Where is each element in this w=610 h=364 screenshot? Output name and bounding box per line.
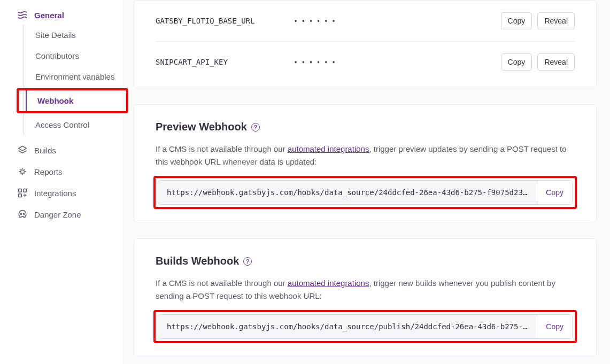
copy-button[interactable]: Copy xyxy=(501,12,532,29)
copy-preview-url-button[interactable]: Copy xyxy=(537,181,572,204)
general-subnav: Site Details Contributors Environment va… xyxy=(24,25,118,135)
copy-button[interactable]: Copy xyxy=(501,53,532,71)
env-masked-value: •••••• xyxy=(295,58,498,66)
desc-pre: If a CMS is not available through our xyxy=(156,144,288,153)
preview-webhook-title-text: Preview Webhook xyxy=(156,121,247,133)
skull-icon xyxy=(17,209,28,220)
builds-webhook-title: Builds Webhook ? xyxy=(156,255,575,267)
layers-icon xyxy=(17,145,28,156)
preview-webhook-url-block: https://webhook.gatsbyjs.com/hooks/data_… xyxy=(158,180,573,205)
highlight-webhook: Webhook xyxy=(17,88,128,113)
svg-rect-11 xyxy=(24,189,27,192)
help-icon[interactable]: ? xyxy=(251,123,260,131)
subnav-webhook[interactable]: Webhook xyxy=(26,90,126,111)
builds-webhook-desc: If a CMS is not available through our au… xyxy=(156,277,575,303)
subnav-access-control[interactable]: Access Control xyxy=(24,114,118,135)
reports-icon xyxy=(17,166,28,177)
reveal-button[interactable]: Reveal xyxy=(537,53,575,71)
nav-reports[interactable]: Reports xyxy=(11,161,118,182)
env-masked-value: •••••• xyxy=(295,17,498,25)
subnav-contributors[interactable]: Contributors xyxy=(24,45,118,66)
copy-builds-url-button[interactable]: Copy xyxy=(537,315,572,338)
nav-danger-zone-label: Danger Zone xyxy=(34,210,81,219)
preview-webhook-title: Preview Webhook ? xyxy=(156,121,575,133)
preview-webhook-card: Preview Webhook ? If a CMS is not availa… xyxy=(134,104,597,222)
preview-webhook-desc: If a CMS is not available through our au… xyxy=(156,143,575,168)
main-content: GATSBY_FLOTIQ_BASE_URL •••••• Copy Revea… xyxy=(123,0,610,364)
env-key: GATSBY_FLOTIQ_BASE_URL xyxy=(156,17,295,25)
svg-rect-10 xyxy=(19,189,22,192)
nav-builds-label: Builds xyxy=(34,146,56,155)
svg-point-1 xyxy=(21,170,25,174)
nav-general[interactable]: General xyxy=(11,5,118,25)
sidebar: General Site Details Contributors Enviro… xyxy=(0,0,123,364)
builds-webhook-title-text: Builds Webhook xyxy=(156,255,239,267)
automated-integrations-link[interactable]: automated integrations xyxy=(288,144,369,153)
svg-marker-0 xyxy=(19,146,27,151)
nav-integrations[interactable]: Integrations xyxy=(11,182,118,204)
subnav-site-details[interactable]: Site Details xyxy=(24,25,118,45)
builds-webhook-url[interactable]: https://webhook.gatsbyjs.com/hooks/data_… xyxy=(158,315,537,338)
subnav-environment-variables[interactable]: Environment variables xyxy=(24,66,118,87)
nav-general-label: General xyxy=(34,11,64,20)
preview-webhook-url[interactable]: https://webhook.gatsbyjs.com/hooks/data_… xyxy=(158,181,537,204)
help-icon[interactable]: ? xyxy=(243,257,252,266)
automated-integrations-link[interactable]: automated integrations xyxy=(288,278,369,288)
env-row: SNIPCART_API_KEY •••••• Copy Reveal xyxy=(156,42,575,82)
sliders-icon xyxy=(17,10,28,20)
desc-pre: If a CMS is not available through our xyxy=(156,278,288,288)
svg-line-9 xyxy=(25,169,25,169)
env-vars-card: GATSBY_FLOTIQ_BASE_URL •••••• Copy Revea… xyxy=(134,0,597,88)
svg-point-14 xyxy=(23,213,24,214)
svg-rect-12 xyxy=(19,194,22,197)
builds-webhook-card: Builds Webhook ? If a CMS is not availab… xyxy=(134,238,597,357)
env-actions: Copy Reveal xyxy=(498,12,575,29)
svg-point-13 xyxy=(20,213,21,214)
highlight-builds-url: https://webhook.gatsbyjs.com/hooks/data_… xyxy=(153,310,577,343)
env-actions: Copy Reveal xyxy=(498,53,575,71)
env-row: GATSBY_FLOTIQ_BASE_URL •••••• Copy Revea… xyxy=(156,1,575,42)
nav-danger-zone[interactable]: Danger Zone xyxy=(11,204,118,225)
builds-webhook-url-block: https://webhook.gatsbyjs.com/hooks/data_… xyxy=(158,314,573,339)
svg-line-8 xyxy=(20,174,20,174)
env-key: SNIPCART_API_KEY xyxy=(156,58,295,66)
svg-line-7 xyxy=(25,174,25,174)
nav-builds[interactable]: Builds xyxy=(11,140,118,161)
highlight-preview-url: https://webhook.gatsbyjs.com/hooks/data_… xyxy=(153,176,577,209)
nav-reports-label: Reports xyxy=(34,167,63,176)
svg-line-6 xyxy=(20,169,20,169)
reveal-button[interactable]: Reveal xyxy=(537,12,575,29)
nav-integrations-label: Integrations xyxy=(34,189,76,198)
integrations-icon xyxy=(17,188,28,198)
